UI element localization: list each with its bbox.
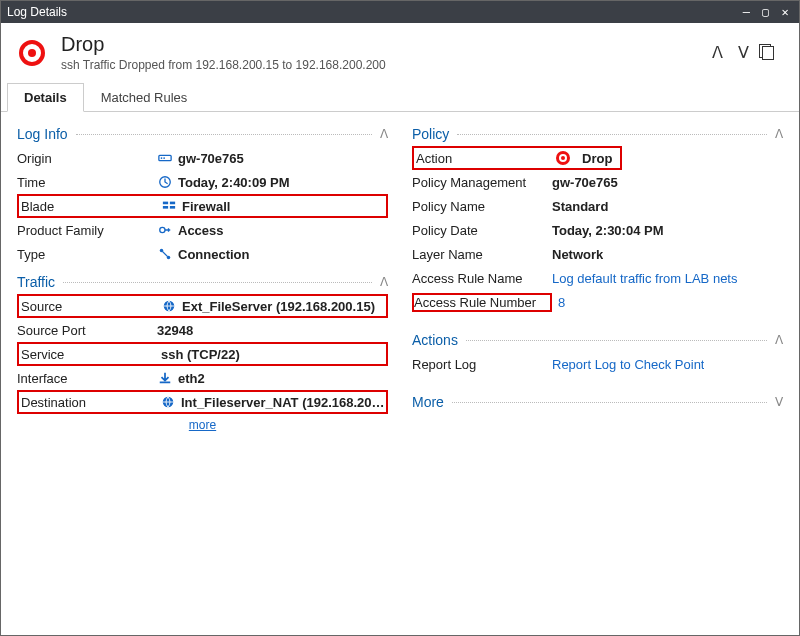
section-policy[interactable]: Policy ᐱ [412, 126, 783, 142]
label-report-log: Report Log [412, 357, 552, 372]
prev-log-icon[interactable]: ᐱ [706, 43, 728, 62]
value-access-rule-name[interactable]: Log default traffic from LAB nets [552, 271, 783, 286]
label-interface: Interface [17, 371, 157, 386]
row-source-port: Source Port 32948 [17, 318, 388, 342]
row-policy-management: Policy Management gw-70e765 [412, 170, 783, 194]
row-source: Source Ext_FileServer (192.168.200.15) [17, 294, 388, 318]
clock-icon [157, 175, 172, 190]
section-label: More [412, 394, 444, 410]
label-time: Time [17, 175, 157, 190]
section-rule [76, 134, 372, 135]
label-source: Source [19, 299, 159, 314]
titlebar: Log Details — ▢ ✕ [1, 1, 799, 23]
gateway-icon [157, 151, 172, 166]
drop-icon [556, 151, 570, 165]
svg-point-1 [160, 157, 162, 159]
chevron-up-icon: ᐱ [380, 275, 388, 289]
row-service: Service ssh (TCP/22) [17, 342, 388, 366]
row-type: Type Connection [17, 242, 388, 266]
interface-in-icon [157, 371, 172, 386]
drop-action-icon [19, 40, 45, 66]
section-label: Log Info [17, 126, 68, 142]
label-type: Type [17, 247, 157, 262]
value-time: Today, 2:40:09 PM [157, 175, 388, 190]
row-time: Time Today, 2:40:09 PM [17, 170, 388, 194]
row-action: Action Drop [412, 146, 622, 170]
row-product-family: Product Family Access [17, 218, 388, 242]
row-access-rule-number: Access Rule Number 8 [412, 290, 783, 314]
label-product-family: Product Family [17, 223, 157, 238]
value-origin: gw-70e765 [157, 151, 388, 166]
firewall-icon [161, 199, 176, 214]
tab-matched-rules[interactable]: Matched Rules [84, 83, 205, 112]
row-policy-name: Policy Name Standard [412, 194, 783, 218]
value-action: Drop [554, 151, 620, 166]
header-main: Drop ssh Traffic Dropped from 192.168.20… [61, 33, 706, 72]
right-column: Policy ᐱ Action Drop Policy Management g… [412, 118, 783, 610]
row-layer-name: Layer Name Network [412, 242, 783, 266]
row-blade: Blade Firewall [17, 194, 388, 218]
host-icon [161, 395, 175, 410]
more-link[interactable]: more [17, 418, 388, 432]
label-policy-management: Policy Management [412, 175, 552, 190]
chevron-down-icon: ᐯ [775, 395, 783, 409]
row-policy-date: Policy Date Today, 2:30:04 PM [412, 218, 783, 242]
row-origin: Origin gw-70e765 [17, 146, 388, 170]
label-access-rule-number: Access Rule Number [412, 293, 552, 312]
label-source-port: Source Port [17, 323, 157, 338]
value-service: ssh (TCP/22) [159, 347, 386, 362]
header-subtitle: ssh Traffic Dropped from 192.168.200.15 … [61, 58, 706, 72]
value-access-rule-number[interactable]: 8 [558, 295, 783, 310]
section-rule [63, 282, 372, 283]
value-blade: Firewall [159, 199, 386, 214]
section-rule [452, 402, 767, 403]
window-controls: — ▢ ✕ [738, 1, 793, 23]
maximize-icon[interactable]: ▢ [758, 1, 774, 23]
value-interface: eth2 [157, 371, 388, 386]
label-policy-name: Policy Name [412, 199, 552, 214]
tab-details[interactable]: Details [7, 83, 84, 112]
section-label: Traffic [17, 274, 55, 290]
label-destination: Destination [19, 395, 159, 410]
row-interface: Interface eth2 [17, 366, 388, 390]
row-access-rule-name: Access Rule Name Log default traffic fro… [412, 266, 783, 290]
row-report-log: Report Log Report Log to Check Point [412, 352, 783, 376]
chevron-up-icon: ᐱ [380, 127, 388, 141]
chevron-up-icon: ᐱ [775, 333, 783, 347]
svg-rect-5 [169, 202, 174, 205]
section-label: Actions [412, 332, 458, 348]
svg-rect-4 [162, 202, 167, 205]
row-destination: Destination Int_Fileserver_NAT (192.168.… [17, 390, 388, 414]
value-destination: Int_Fileserver_NAT (192.168.200.20… [159, 395, 386, 410]
svg-point-8 [159, 227, 164, 232]
access-icon [157, 223, 172, 238]
minimize-icon[interactable]: — [738, 1, 754, 23]
section-label: Policy [412, 126, 449, 142]
label-policy-date: Policy Date [412, 223, 552, 238]
svg-rect-6 [162, 206, 167, 209]
value-source-port: 32948 [157, 323, 388, 338]
details-body: Log Info ᐱ Origin gw-70e765 Time Today, … [1, 112, 799, 626]
value-type: Connection [157, 247, 388, 262]
section-more[interactable]: More ᐯ [412, 394, 783, 410]
label-action: Action [414, 151, 554, 166]
label-layer-name: Layer Name [412, 247, 552, 262]
value-policy-management: gw-70e765 [552, 175, 783, 190]
next-log-icon[interactable]: ᐯ [733, 43, 755, 62]
section-rule [457, 134, 767, 135]
section-actions[interactable]: Actions ᐱ [412, 332, 783, 348]
value-report-log[interactable]: Report Log to Check Point [552, 357, 783, 372]
header-actions: ᐱ ᐯ [706, 43, 781, 62]
value-product-family: Access [157, 223, 388, 238]
section-traffic[interactable]: Traffic ᐱ [17, 274, 388, 290]
tabs: Details Matched Rules [1, 82, 799, 112]
value-policy-name: Standard [552, 199, 783, 214]
value-source: Ext_FileServer (192.168.200.15) [159, 299, 386, 314]
value-policy-date: Today, 2:30:04 PM [552, 223, 783, 238]
left-column: Log Info ᐱ Origin gw-70e765 Time Today, … [17, 118, 388, 610]
header-title: Drop [61, 33, 706, 56]
copy-icon[interactable] [759, 44, 781, 62]
section-log-info[interactable]: Log Info ᐱ [17, 126, 388, 142]
close-icon[interactable]: ✕ [777, 1, 793, 23]
host-icon [161, 299, 176, 314]
